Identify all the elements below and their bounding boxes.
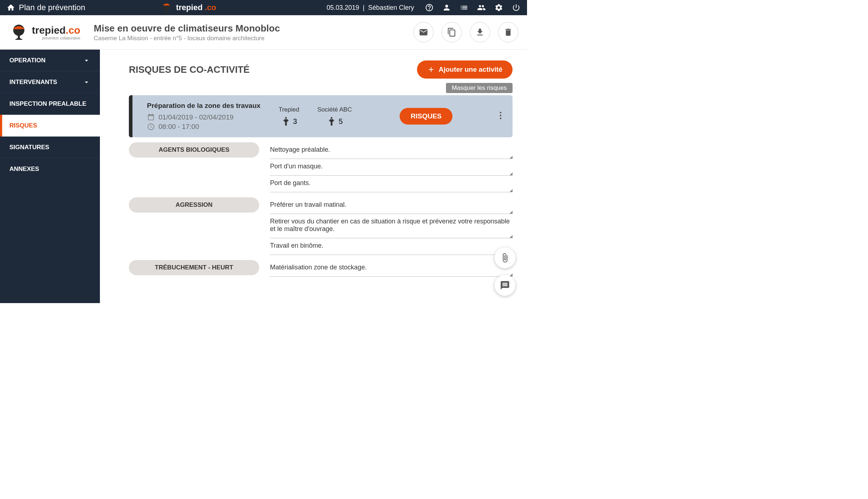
document-title: Mise en oeuvre de climatiseurs Monobloc [94,23,280,34]
activity-dates: 01/04/2019 - 02/04/2019 [159,113,233,121]
sidebar-item-label: INSPECTION PREALABLE [9,100,87,108]
participant-count: 3 [293,117,297,126]
measure-field[interactable]: Nettoyage préalable. [270,142,513,159]
main-content: RISQUES DE CO-ACTIVITÉ Ajouter une activ… [100,50,527,303]
svg-point-8 [500,115,501,116]
sidebar-item-label: RISQUES [9,122,37,129]
activity-card: Préparation de la zone des travaux 01/04… [129,95,513,137]
add-activity-label: Ajouter une activité [439,66,502,74]
risk-label-col: TRÉBUCHEMENT - HEURT [129,260,259,277]
sidebar-item-inspection[interactable]: INSPECTION PREALABLE [0,93,100,115]
mail-button[interactable] [413,22,434,42]
svg-rect-2 [164,12,169,13]
risk-label-col: AGRESSION [129,197,259,255]
svg-point-7 [500,112,501,113]
topbar-date: 05.03.2019 [326,4,359,11]
people-icon[interactable] [477,3,486,12]
fab-column [494,247,515,296]
brand-subtitle: prévention collaborative [32,36,80,40]
sidebar-item-label: INTERVENANTS [9,79,57,86]
participant-count-row: 5 [317,116,352,126]
participant-count: 5 [339,117,343,126]
svg-point-6 [330,117,332,119]
copy-button[interactable] [442,22,462,42]
participant-name: Trepied [279,106,299,113]
risk-row: AGRESSION Préférer un travail matinal. R… [129,197,513,255]
calendar-icon [147,113,155,121]
more-menu[interactable] [500,111,502,121]
topbar-user: Sébastien Clery [368,4,414,11]
chevron-down-icon [83,78,90,86]
sidebar-item-label: SIGNATURES [9,144,49,151]
brand-text: trepied [176,3,202,12]
copy-icon [447,28,456,37]
download-button[interactable] [470,22,490,42]
sidebar-item-risques[interactable]: RISQUES [0,115,100,137]
subheader-actions [413,22,518,42]
subheader: trepied.co prévention collaborative Mise… [0,15,527,50]
participant-count-row: 3 [279,116,299,126]
measure-field[interactable]: Préférer un travail matinal. [270,197,513,214]
gear-icon[interactable] [494,3,503,12]
clock-icon [147,123,155,131]
download-icon [475,28,485,37]
risk-label[interactable]: TRÉBUCHEMENT - HEURT [129,260,259,275]
svg-point-5 [285,117,287,119]
participant-block: Trepied 3 [279,106,299,126]
svg-point-9 [500,118,501,119]
mail-icon [419,28,428,37]
topbar-meta: 05.03.2019 | Sébastien Clery [326,4,414,12]
risk-row: TRÉBUCHEMENT - HEURT Matérialisation zon… [129,260,513,277]
activity-hours-row: 08:00 - 17:00 [147,123,261,131]
hide-risks-button[interactable]: Masquer les risques [446,83,513,93]
logo-mark-icon [9,22,29,42]
risk-rows: AGENTS BIOLOGIQUES Nettoyage préalable. … [129,142,513,277]
measure-field[interactable]: Retirer vous du chantier en cas de situa… [270,214,513,238]
svg-rect-1 [166,9,167,12]
measure-field[interactable]: Port d'un masque. [270,159,513,176]
sidebar-item-annexes[interactable]: ANNEXES [0,158,100,180]
participant-name: Société ABC [317,106,352,113]
chevron-down-icon [83,56,90,64]
brand-text: trepied [32,25,66,36]
attach-fab[interactable] [494,247,515,268]
main-header: RISQUES DE CO-ACTIVITÉ Ajouter une activ… [129,60,513,79]
delete-button[interactable] [498,22,518,42]
comment-icon [500,280,510,290]
help-icon[interactable] [425,3,434,12]
subheader-title-block: Mise en oeuvre de climatiseurs Monobloc … [94,23,280,42]
measure-field[interactable]: Matérialisation zone de stockage. [270,260,513,277]
participant-block: Société ABC 5 [317,106,352,126]
risk-label[interactable]: AGRESSION [129,197,259,213]
topbar: Plan de prévention trepied.co 05.03.2019… [0,0,527,15]
brand-suffix: .co [66,25,80,36]
risks-button[interactable]: RISQUES [400,108,452,125]
trash-icon [503,28,513,37]
risk-row: AGENTS BIOLOGIQUES Nettoyage préalable. … [129,142,513,192]
comment-fab[interactable] [494,275,515,296]
sidebar-item-intervenants[interactable]: INTERVENANTS [0,71,100,93]
more-vert-icon [500,111,502,120]
sidebar-item-label: ANNEXES [9,165,39,173]
list-icon[interactable] [460,3,468,12]
sidebar-item-label: OPERATION [9,57,46,64]
sidebar: OPERATION INTERVENANTS INSPECTION PREALA… [0,50,100,303]
sidebar-item-operation[interactable]: OPERATION [0,50,100,71]
measure-field[interactable]: Travail en binôme. [270,238,513,255]
risk-label-col: AGENTS BIOLOGIQUES [129,142,259,192]
add-activity-button[interactable]: Ajouter une activité [417,60,513,79]
power-icon[interactable] [512,3,521,12]
home-icon [7,3,15,12]
hide-risks-row: Masquer les risques [129,83,513,93]
account-icon[interactable] [442,3,451,12]
activity-title: Préparation de la zone des travaux [147,102,261,110]
person-icon [281,116,291,126]
brand-suffix: .co [205,3,216,12]
logo-mark-icon [159,0,174,15]
topbar-logo: trepied.co [49,0,326,15]
person-icon [326,116,337,126]
risk-label[interactable]: AGENTS BIOLOGIQUES [129,142,259,158]
sidebar-item-signatures[interactable]: SIGNATURES [0,137,100,158]
measure-field[interactable]: Port de gants. [270,176,513,192]
activity-info: Préparation de la zone des travaux 01/04… [147,102,261,131]
